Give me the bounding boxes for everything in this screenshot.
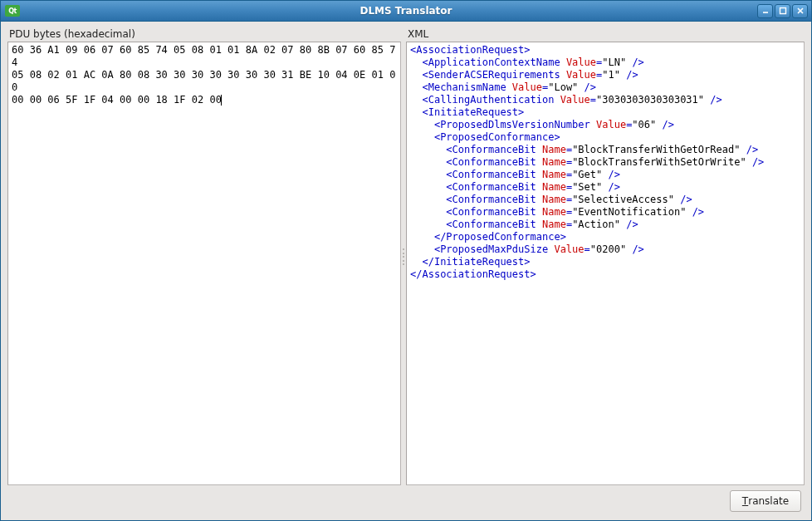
translate-button[interactable]: Translate [730, 490, 801, 512]
maximize-button[interactable] [775, 4, 790, 18]
pdu-input[interactable]: 60 36 A1 09 06 07 60 85 74 05 08 01 01 8… [7, 42, 401, 485]
xml-label: XML [408, 28, 805, 40]
window-controls [757, 4, 811, 18]
svg-rect-1 [780, 8, 785, 14]
button-row: Translate [7, 485, 805, 514]
minimize-button[interactable] [757, 4, 773, 18]
main-window: Qt DLMS Translator PDU bytes (hexadecima… [0, 0, 812, 521]
window-body: PDU bytes (hexadecimal) 60 36 A1 09 06 0… [1, 22, 811, 520]
pdu-pane: PDU bytes (hexadecimal) 60 36 A1 09 06 0… [7, 28, 401, 485]
pdu-label: PDU bytes (hexadecimal) [9, 28, 401, 40]
split-panes: PDU bytes (hexadecimal) 60 36 A1 09 06 0… [7, 28, 805, 485]
window-title: DLMS Translator [1, 5, 811, 17]
xml-output[interactable]: <AssociationRequest> <ApplicationContext… [406, 42, 805, 485]
xml-pane: XML <AssociationRequest> <ApplicationCon… [406, 28, 805, 485]
qt-icon: Qt [5, 5, 20, 17]
close-button[interactable] [792, 4, 808, 18]
titlebar[interactable]: Qt DLMS Translator [1, 1, 811, 22]
